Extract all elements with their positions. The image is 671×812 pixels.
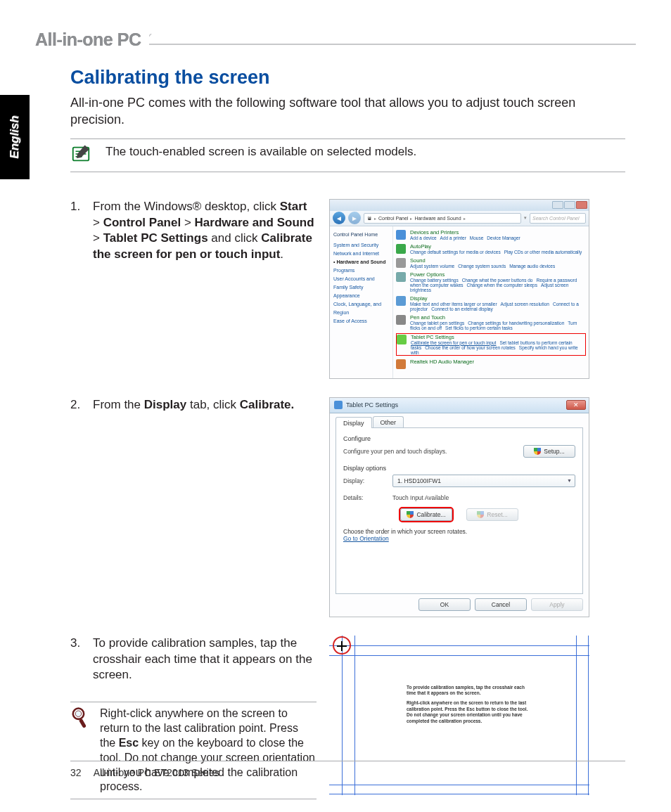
details-label: Details: <box>343 494 385 501</box>
breadcrumb-icon: 🖥 <box>367 216 372 221</box>
forward-button[interactable]: ► <box>348 212 361 224</box>
magnifier-icon <box>70 707 90 794</box>
sidebar-item[interactable]: Ease of Access <box>333 317 389 326</box>
dialog-icon <box>334 401 343 409</box>
sidebar-item[interactable]: System and Security <box>333 241 389 250</box>
tab-display[interactable]: Display <box>336 417 372 428</box>
crosshair-highlight <box>333 636 351 655</box>
cancel-button[interactable]: Cancel <box>475 598 527 611</box>
step-body: From the Windows® desktop, click Start >… <box>93 199 317 264</box>
step-number: 1. <box>70 199 82 264</box>
maximize-button[interactable] <box>564 201 575 209</box>
goto-orientation-link[interactable]: Go to Orientation <box>343 535 575 542</box>
display-label: Display: <box>343 477 385 484</box>
note-icon <box>70 143 91 167</box>
note-text: The touch-enabled screen is available on… <box>106 143 416 159</box>
header-text: All-in-one PC <box>35 30 149 50</box>
breadcrumb[interactable]: 🖥 ▸ Control Panel ▸ Hardware and Sound ▸ <box>364 213 521 224</box>
control-panel-sidebar: Control Panel Home System and Security N… <box>330 226 393 378</box>
ok-button[interactable]: OK <box>418 598 471 611</box>
configure-label: Configure <box>343 435 575 442</box>
tab-panel: Configure Configure your pen and touch d… <box>336 428 583 594</box>
setup-button[interactable]: Setup... <box>523 445 575 458</box>
details-value: Touch Input Available <box>392 494 575 501</box>
close-button[interactable]: ✕ <box>566 400 586 410</box>
tip-box: Right-click anywhere on the screen to re… <box>70 702 317 799</box>
sidebar-item[interactable]: Network and Internet <box>333 250 389 258</box>
step-number: 3. <box>70 636 82 684</box>
series-label: All-in-one PC ET2013 Series <box>94 767 219 778</box>
apply-button[interactable]: Apply <box>531 598 583 611</box>
note-box: The touch-enabled screen is available on… <box>70 138 625 172</box>
shield-icon <box>407 511 414 518</box>
svg-rect-3 <box>79 718 87 728</box>
section-title: Calibrating the screen <box>70 67 625 89</box>
step-body: To provide calibration samples, tap the … <box>93 636 317 684</box>
search-input[interactable]: Search Control Panel <box>530 213 586 224</box>
window-titlebar <box>330 200 589 211</box>
configure-desc: Configure your pen and touch displays. <box>343 448 516 455</box>
minimize-button[interactable] <box>552 201 563 209</box>
step-body: From the Display tab, click Calibrate. <box>93 397 317 413</box>
sidebar-item[interactable]: Programs <box>333 266 389 275</box>
dialog-title: Tablet PC Settings <box>346 401 398 408</box>
header-ribbon: All-in-one PC <box>35 34 636 53</box>
screenshot-tablet-pc-settings: Tablet PC Settings ✕ Display Other Confi… <box>329 397 589 617</box>
language-label: English <box>8 115 22 158</box>
rotate-text: Choose the order in which your screen ro… <box>343 528 575 535</box>
dialog-titlebar: Tablet PC Settings ✕ <box>330 398 589 413</box>
display-dropdown[interactable]: 1. HSD100IFW1▼ <box>392 475 575 487</box>
sidebar-item[interactable]: Clock, Language, and Region <box>333 300 389 317</box>
tab-other[interactable]: Other <box>373 416 404 427</box>
shield-icon <box>534 448 541 455</box>
navbar: ◄ ► 🖥 ▸ Control Panel ▸ Hardware and Sou… <box>330 211 589 226</box>
screenshot-control-panel: ◄ ► 🖥 ▸ Control Panel ▸ Hardware and Sou… <box>329 199 589 379</box>
step-1: 1. From the Windows® desktop, click Star… <box>70 199 625 379</box>
step-2: 2. From the Display tab, click Calibrate… <box>70 397 625 617</box>
tab-strip: Display Other <box>336 416 583 428</box>
screenshot-calibration: To provide calibration samples, tap the … <box>329 636 589 795</box>
language-tab: English <box>0 95 30 179</box>
sidebar-header[interactable]: Control Panel Home <box>333 231 389 239</box>
tip-text: Right-click anywhere on the screen to re… <box>100 707 317 794</box>
sidebar-item[interactable]: • Hardware and Sound <box>333 258 389 266</box>
control-panel-main: Devices and PrintersAdd a deviceAdd a pr… <box>393 226 589 378</box>
svg-point-2 <box>75 711 82 717</box>
back-button[interactable]: ◄ <box>333 212 345 224</box>
close-button[interactable] <box>576 201 587 209</box>
sidebar-item[interactable]: User Accounts and Family Safety <box>333 275 389 292</box>
intro-text: All-in-one PC comes with the following s… <box>70 94 625 129</box>
chevron-down-icon: ▼ <box>567 478 572 483</box>
calibrate-button[interactable]: Calibrate... <box>400 508 452 521</box>
page-number: 32 <box>70 767 82 778</box>
display-options-label: Display options <box>343 465 575 472</box>
reset-button[interactable]: Reset... <box>466 508 518 521</box>
step-number: 2. <box>70 397 82 413</box>
page-footer: 32 All-in-one PC ET2013 Series <box>70 767 219 778</box>
sidebar-item[interactable]: Appearance <box>333 292 389 300</box>
footer-rule <box>70 761 625 761</box>
shield-icon <box>477 511 484 518</box>
calibration-overlay-text: To provide calibration samples, tap the … <box>407 685 533 729</box>
